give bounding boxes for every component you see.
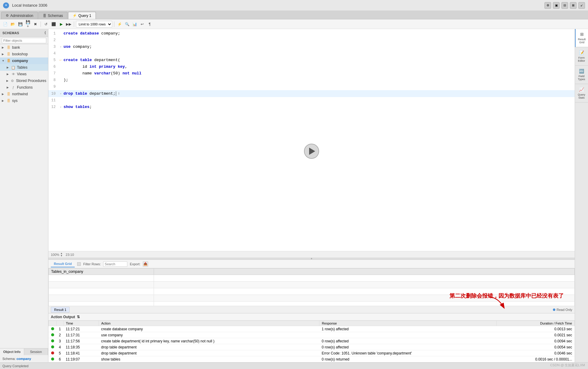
fn-label: Functions: [17, 85, 33, 90]
ln-7: 7: [48, 70, 58, 77]
sidebar-item-sys[interactable]: ▶ 🗄 sys: [0, 97, 48, 104]
layout1-btn[interactable]: ▣: [553, 2, 560, 9]
close-btn[interactable]: ↙: [578, 2, 585, 9]
schema-value: company: [16, 357, 31, 361]
right-btn-field-types[interactable]: 🔤 FieldTypes: [575, 66, 588, 84]
sidebar-item-northwind[interactable]: ▶ 🗄 northwind: [0, 91, 48, 97]
zoom-control: 100% ▲ ▼: [51, 252, 63, 257]
ln-11: 11: [48, 97, 58, 104]
fn-arrow: ▶: [7, 86, 11, 89]
lc-8: );: [64, 77, 575, 83]
right-btn-query-stats[interactable]: 📈 QueryStats: [575, 84, 588, 103]
result-1-tab[interactable]: Result 1: [51, 307, 70, 313]
result-tabs-row: Result 1 Read Only: [48, 306, 575, 313]
code-line-7: 7 name varchar(50) not null: [48, 70, 575, 77]
ln-12: 12: [48, 104, 58, 110]
company-label: company: [12, 59, 28, 63]
form-editor-rp-label: FormEditor: [578, 56, 585, 63]
export-btn[interactable]: 📤: [143, 261, 148, 267]
query-stats-rp-label: QueryStats: [578, 93, 585, 100]
tables-arrow: ▶: [7, 66, 11, 69]
explain-btn[interactable]: ⚡: [116, 21, 123, 28]
tab-query1[interactable]: ⚡ Query 1: [68, 12, 96, 19]
table-row: 4 11:18:35 drop table department 0 row(s…: [49, 344, 575, 350]
new-file-btn[interactable]: 📄: [2, 21, 8, 28]
right-btn-result-grid[interactable]: ⊞ ResultGrid: [575, 29, 588, 47]
table-row: 3 11:17:56 create table department( id i…: [49, 338, 575, 344]
sidebar-tree: ▶ 🗄 bank ▶ 🗄 bookshop ▼ 🗄 company ▶ 📋: [0, 44, 48, 348]
layout2-btn[interactable]: ⊟: [561, 2, 568, 9]
right-btn-form-editor[interactable]: 📝 FormEditor: [575, 47, 588, 66]
find-btn[interactable]: 🔍: [124, 21, 130, 28]
word-wrap-btn[interactable]: ↩: [139, 21, 145, 28]
save-all-btn[interactable]: 💾+: [24, 21, 31, 28]
code-editor[interactable]: 1 create database company; 2 3: [48, 29, 575, 251]
sidebar-item-tables[interactable]: ▶ 📋 Tables: [0, 64, 48, 71]
northwind-label: northwind: [12, 92, 28, 96]
sidebar-item-views[interactable]: ▶ 👁 Views: [0, 71, 48, 77]
layout3-btn[interactable]: ⊠: [570, 2, 577, 9]
col-status: [49, 321, 57, 326]
query-status-text: Query Completed: [2, 364, 28, 368]
northwind-arrow: ▶: [2, 93, 6, 96]
filter-search-input[interactable]: [103, 261, 127, 267]
limit-select[interactable]: Limit to 1000 rows: [76, 21, 112, 28]
result-grid-icon-rp: ⊞: [580, 32, 584, 37]
window-title: Local Instance 3306: [12, 3, 47, 8]
lc-1: create database company;: [64, 30, 575, 37]
tab-schemas[interactable]: 🗄 Schemas: [38, 12, 67, 19]
lc-5: create table department(: [64, 57, 575, 64]
col-duration: Duration / Fetch Time: [497, 321, 575, 326]
sep2: [74, 21, 74, 27]
table-row: 5 11:18:41 drop table department Error C…: [49, 350, 575, 356]
title-bar: ☀ Local Instance 3306 ⚙ ▣ ⊟ ⊠ ↙: [0, 0, 588, 11]
refresh-btn[interactable]: ↺: [43, 21, 49, 28]
sidebar-item-company[interactable]: ▼ 🗄 company: [0, 57, 48, 64]
sp-arrow: ▶: [6, 79, 10, 82]
result-1-label: Result 1: [54, 308, 66, 312]
tab-object-info[interactable]: Object Info: [0, 348, 24, 355]
execute-btn[interactable]: ▶: [58, 21, 64, 28]
code-line-1: 1 create database company;: [48, 30, 575, 37]
sidebar-item-functions[interactable]: ▶ ƒ Functions: [0, 84, 48, 91]
code-line-8: 8 );: [48, 77, 575, 83]
ln-1: 1: [48, 30, 58, 37]
sp-icon: ⚙: [10, 78, 15, 83]
toggle-output-btn[interactable]: 📊: [131, 21, 138, 28]
sidebar-item-stored-procedures[interactable]: ▶ ⚙ Stored Procedures: [0, 77, 48, 84]
cursor-position: 23:10: [66, 253, 74, 256]
zoom-arrows[interactable]: ▲ ▼: [60, 252, 63, 257]
open-btn[interactable]: 📂: [9, 21, 16, 28]
schemas-title: SCHEMAS: [2, 31, 19, 35]
code-line-10: 10 • drop table department;​ I: [48, 90, 575, 97]
ln-8: 8: [48, 77, 58, 83]
sys-label: sys: [12, 99, 18, 103]
filter-input[interactable]: [2, 38, 46, 43]
result-grid-rp-label: ResultGrid: [578, 38, 586, 44]
tab-administration[interactable]: ⚙ Administration: [1, 12, 38, 19]
stop-btn[interactable]: ⬛: [50, 21, 57, 28]
sidebar-item-bookshop[interactable]: ▶ 🗄 bookshop: [0, 51, 48, 57]
code-line-11: 11: [48, 97, 575, 104]
play-button[interactable]: [304, 144, 319, 159]
code-editor-container: 1 create database company; 2 3: [48, 29, 575, 362]
sidebar-filter: [0, 37, 48, 44]
zoom-value: 100%: [51, 253, 59, 256]
result-table: Tables_in_company: [48, 268, 575, 306]
app-icon: ☀: [3, 2, 9, 8]
settings-btn[interactable]: ⚙: [544, 2, 551, 9]
result-grid-tab[interactable]: Result Grid: [51, 261, 75, 267]
execute-all-btn[interactable]: ▶▶: [65, 21, 72, 28]
toggle-invisible-btn[interactable]: ¶: [146, 21, 153, 28]
tab-session[interactable]: Session: [24, 348, 48, 355]
col-empty: [154, 269, 574, 275]
schemas-icon: 🗄: [43, 14, 46, 18]
tab-schemas-label: Schemas: [48, 14, 63, 18]
close-tab-btn[interactable]: ✖: [32, 21, 39, 28]
schema-toggle-icon[interactable]: ⟨: [44, 31, 46, 35]
sidebar-item-bank[interactable]: ▶ 🗄 bank: [0, 44, 48, 51]
action-output-sort-icon[interactable]: ⇅: [77, 315, 80, 319]
northwind-db-icon: 🗄: [6, 92, 11, 96]
result-grid-icon[interactable]: [77, 262, 81, 266]
save-btn[interactable]: 💾: [17, 21, 24, 28]
